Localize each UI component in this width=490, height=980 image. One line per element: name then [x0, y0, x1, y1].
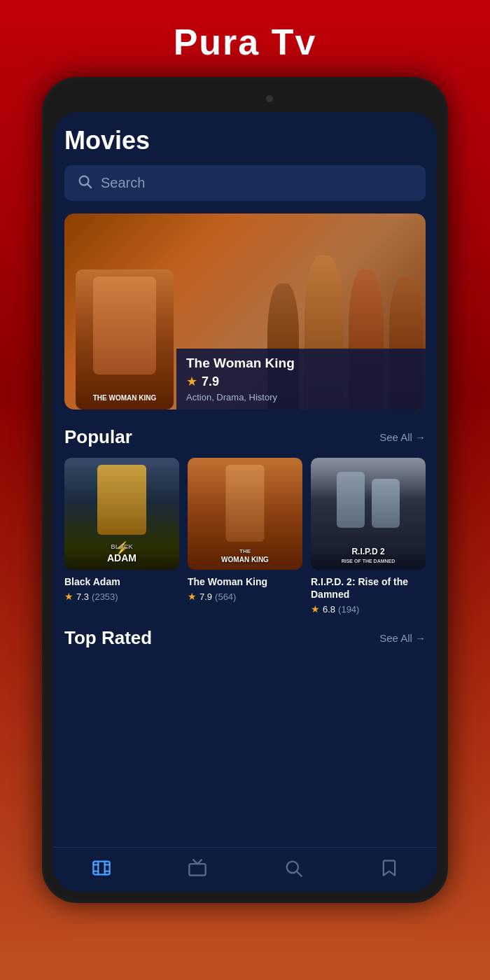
- nav-item-movies[interactable]: [80, 858, 122, 882]
- screen-content: Movies Search: [53, 112, 437, 847]
- ripd-char-1: [337, 472, 365, 528]
- star-icon: ★: [188, 591, 197, 602]
- phone-device: Movies Search: [42, 77, 448, 903]
- black-adam-count: (2353): [92, 592, 118, 602]
- search-input-placeholder: Search: [101, 175, 145, 191]
- svg-line-1: [88, 184, 91, 188]
- nav-item-tv[interactable]: [176, 858, 218, 882]
- popular-grid: ⚡ BLACK ADAM Black Adam ★ 7.3 (2353): [64, 458, 426, 615]
- phone-notch: [203, 92, 287, 105]
- ripd2-title: R.I.P.D. 2: Rise of the Damned: [311, 575, 426, 601]
- black-adam-score: 7.3: [76, 592, 89, 602]
- popular-section-header: Popular See All →: [64, 426, 426, 448]
- svg-line-11: [297, 872, 301, 876]
- popular-title: Popular: [64, 426, 132, 448]
- phone-notch-bar: [53, 88, 437, 112]
- ripd-char-2: [372, 479, 400, 528]
- nav-item-search[interactable]: [272, 858, 314, 882]
- movie-card-black-adam[interactable]: ⚡ BLACK ADAM Black Adam ★ 7.3 (2353): [64, 458, 179, 615]
- nav-item-bookmark[interactable]: [368, 858, 410, 882]
- ripd2-count: (194): [338, 604, 359, 615]
- star-icon: ★: [311, 603, 320, 615]
- woman-king-rating: ★ 7.9 (564): [188, 591, 302, 602]
- app-title: Pura Tv: [174, 21, 317, 63]
- featured-title: The Woman King: [186, 356, 416, 371]
- featured-genres: Action, Drama, History: [186, 392, 416, 402]
- top-rated-title: Top Rated: [64, 627, 152, 649]
- search-nav-icon: [284, 858, 303, 882]
- star-icon: ★: [64, 591, 74, 602]
- top-rated-see-all[interactable]: See All →: [379, 632, 426, 644]
- phone-camera: [266, 95, 273, 102]
- woman-king-title: The Woman King: [188, 575, 302, 588]
- phone-screen: Movies Search: [53, 112, 437, 892]
- poster-label: THE WOMAN KING: [93, 393, 157, 402]
- ripd2-poster-label: R.I.P.D 2 RISE OF THE DAMNED: [311, 547, 426, 564]
- featured-info: The Woman King ★ 7.9 Action, Drama, Hist…: [176, 349, 426, 410]
- movies-nav-icon: [92, 858, 111, 882]
- top-rated-section-header: Top Rated See All →: [64, 627, 426, 649]
- search-bar[interactable]: Search: [64, 165, 426, 201]
- page-title: Movies: [64, 126, 426, 155]
- black-adam-poster-label: BLACK ADAM: [64, 543, 179, 564]
- ripd-characters: [337, 472, 400, 528]
- poster-ripd2: R.I.P.D 2 RISE OF THE DAMNED: [311, 458, 426, 570]
- ripd2-rating: ★ 6.8 (194): [311, 603, 426, 615]
- woman-king-poster-label: THE WOMAN KING: [188, 548, 302, 564]
- bookmark-nav-icon: [379, 858, 399, 882]
- movie-card-woman-king[interactable]: THE WOMAN KING The Woman King ★ 7.9 (564…: [188, 458, 302, 615]
- featured-rating: ★ 7.9: [186, 374, 416, 389]
- woman-king-score: 7.9: [200, 592, 212, 602]
- star-icon: ★: [186, 374, 197, 389]
- black-adam-title: Black Adam: [64, 575, 179, 588]
- bottom-nav: [53, 847, 437, 892]
- poster-black-adam: ⚡ BLACK ADAM: [64, 458, 179, 570]
- black-adam-rating: ★ 7.3 (2353): [64, 591, 179, 602]
- featured-poster: THE WOMAN KING: [76, 270, 174, 410]
- search-icon: [77, 174, 92, 192]
- woman-king-count: (564): [215, 592, 236, 602]
- svg-rect-2: [93, 861, 109, 874]
- poster-woman-king: THE WOMAN KING: [188, 458, 302, 570]
- movie-card-ripd2[interactable]: R.I.P.D 2 RISE OF THE DAMNED R.I.P.D. 2:…: [311, 458, 426, 615]
- ripd2-score: 6.8: [323, 604, 335, 615]
- featured-rating-value: 7.9: [202, 374, 219, 389]
- featured-banner[interactable]: THE WOMAN KING The Woman King ★ 7.9 Acti…: [64, 214, 426, 410]
- svg-rect-9: [189, 864, 205, 875]
- popular-see-all[interactable]: See All →: [379, 431, 426, 443]
- poster-figure-silhouette: [93, 276, 156, 374]
- tv-nav-icon: [188, 858, 207, 882]
